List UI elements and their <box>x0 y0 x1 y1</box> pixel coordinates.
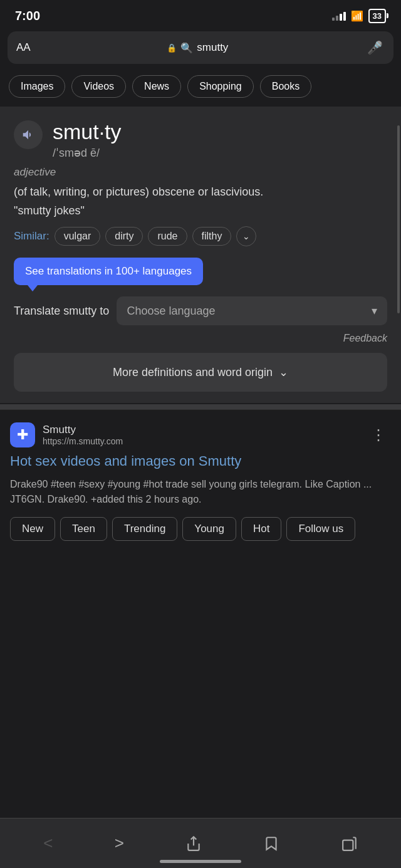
word-header: smut·ty /ˈsməd ē/ <box>14 120 387 160</box>
battery-indicator: 33 <box>368 9 386 23</box>
search-icon: 🔍 <box>180 42 193 54</box>
scroll-track <box>397 125 400 313</box>
tag-hot[interactable]: Hot <box>241 517 281 541</box>
site-icon-char: ✚ <box>17 427 28 443</box>
wifi-icon: 📶 <box>351 10 363 22</box>
similar-label: Similar: <box>14 230 49 243</box>
forward-button[interactable]: > <box>106 827 133 859</box>
back-button[interactable]: < <box>34 827 61 859</box>
status-bar: 7:00 📶 33 <box>0 0 401 31</box>
language-select-placeholder: Choose language <box>127 305 215 318</box>
result-tags-row: New Teen Trending Young Hot Follow us <box>10 517 391 543</box>
share-icon <box>185 835 202 852</box>
site-name: Smutty <box>43 424 123 436</box>
similar-row: Similar: vulgar dirty rude filthy ⌄ <box>14 226 387 246</box>
translation-tooltip[interactable]: See translations in 100+ languages <box>14 258 203 285</box>
expand-similar-button[interactable]: ⌄ <box>236 226 256 246</box>
aa-text[interactable]: AA <box>16 41 31 54</box>
site-text: Smutty https://m.smutty.com <box>43 424 123 446</box>
back-icon: < <box>43 834 53 853</box>
home-indicator <box>160 860 241 863</box>
bookmarks-icon <box>263 835 279 852</box>
tag-new[interactable]: New <box>10 517 55 541</box>
tag-trending[interactable]: Trending <box>112 517 177 541</box>
feedback-row: Feedback <box>14 333 387 344</box>
result-header: ✚ Smutty https://m.smutty.com ⋮ <box>10 422 391 447</box>
svg-rect-0 <box>343 840 353 850</box>
similar-tag-dirty[interactable]: dirty <box>105 227 143 246</box>
word-example: "smutty jokes" <box>14 204 387 217</box>
signal-icon <box>332 11 346 21</box>
similar-tag-rude[interactable]: rude <box>148 227 187 246</box>
tag-young[interactable]: Young <box>182 517 236 541</box>
tab-news[interactable]: News <box>132 75 181 98</box>
tag-teen[interactable]: Teen <box>60 517 107 541</box>
similar-tag-vulgar[interactable]: vulgar <box>55 227 101 246</box>
site-icon: ✚ <box>10 422 35 447</box>
more-defs-label: More definitions and word origin <box>113 366 273 379</box>
translate-row: Translate smutty to Choose language ▾ <box>14 296 387 325</box>
bookmarks-button[interactable] <box>254 829 288 858</box>
status-time: 7:00 <box>15 9 40 23</box>
tab-videos[interactable]: Videos <box>71 75 126 98</box>
forward-icon: > <box>115 834 124 853</box>
status-icons: 📶 33 <box>332 9 386 23</box>
search-query[interactable]: smutty <box>197 41 228 54</box>
result-title[interactable]: Hot sex videos and images on Smutty <box>10 452 391 471</box>
share-button[interactable] <box>177 829 211 858</box>
result-snippet: Drake90 #teen #sexy #young #hot trade se… <box>10 477 391 507</box>
search-center: 🔒 🔍 smutty <box>37 41 358 54</box>
sound-icon <box>21 128 35 142</box>
part-of-speech: adjective <box>14 166 387 179</box>
word-info: smut·ty /ˈsməd ē/ <box>53 120 122 160</box>
section-separator <box>0 404 401 409</box>
tag-follow-us[interactable]: Follow us <box>286 517 355 541</box>
chevron-down-icon-defs: ⌄ <box>279 365 288 379</box>
feedback-link[interactable]: Feedback <box>343 333 387 343</box>
result-menu-button[interactable]: ⋮ <box>366 424 391 446</box>
tab-images[interactable]: Images <box>9 75 65 98</box>
chevron-down-icon: ▾ <box>372 304 377 318</box>
dictionary-card: smut·ty /ˈsməd ē/ adjective (of talk, wr… <box>0 107 401 403</box>
tabs-row: Images Videos News Shopping Books <box>0 69 401 107</box>
similar-tag-filthy[interactable]: filthy <box>192 227 232 246</box>
more-definitions-button[interactable]: More definitions and word origin ⌄ <box>14 353 387 392</box>
word-definition: (of talk, writing, or pictures) obscene … <box>14 184 387 201</box>
site-url: https://m.smutty.com <box>43 436 123 446</box>
tab-books[interactable]: Books <box>260 75 311 98</box>
result-site-info: ✚ Smutty https://m.smutty.com <box>10 422 123 447</box>
language-select[interactable]: Choose language ▾ <box>117 296 387 325</box>
word-pronunciation: /ˈsməd ē/ <box>53 146 122 160</box>
tab-shopping[interactable]: Shopping <box>187 75 254 98</box>
mic-icon[interactable]: 🎤 <box>365 38 385 58</box>
tabs-icon <box>341 835 358 852</box>
lock-icon: 🔒 <box>167 43 177 53</box>
tabs-button[interactable] <box>333 829 367 858</box>
search-bar[interactable]: AA 🔒 🔍 smutty 🎤 <box>8 31 393 64</box>
translate-label: Translate smutty to <box>14 305 109 318</box>
sound-button[interactable] <box>14 120 43 149</box>
word-title: smut·ty <box>53 120 122 144</box>
result-card: ✚ Smutty https://m.smutty.com ⋮ Hot sex … <box>0 409 401 553</box>
